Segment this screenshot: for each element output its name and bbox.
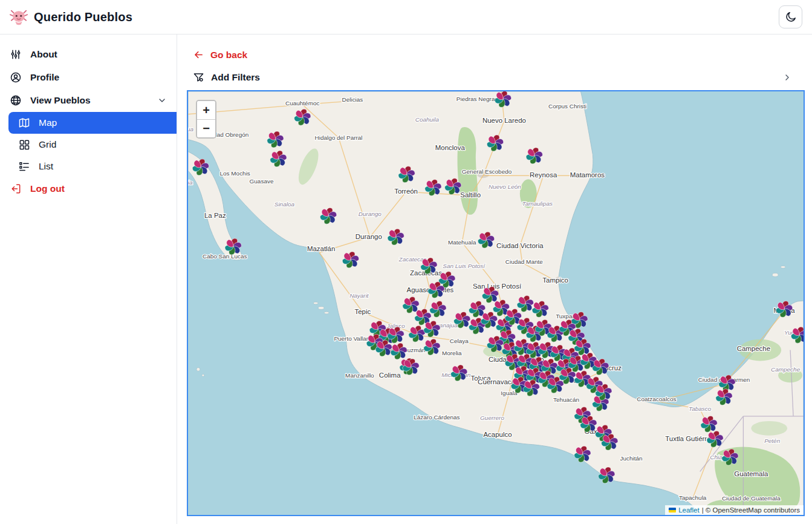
map-place-label: Campeche (737, 345, 770, 352)
map-place-label: Nayarit (349, 292, 369, 299)
map-place-label: Campeche (771, 366, 801, 373)
chevron-right-icon (782, 73, 792, 82)
sidebar-item-label: Grid (39, 139, 56, 150)
map-place-label: Coahuila (415, 116, 440, 123)
map-place-label: Tehuacán (553, 396, 579, 403)
map-place-label: General Escobedo (462, 168, 512, 175)
map-place-label: Durango (359, 211, 382, 217)
leaflet-map[interactable]: CuauhtémocDeliciasPiedras NegrasCorpus C… (187, 90, 805, 516)
map-place-label: Coatzacoalcos (637, 396, 676, 402)
map-place-label: Matehuala (448, 239, 476, 246)
arrow-left-icon (193, 49, 204, 61)
map-place-label: Lázaro Cárdenas (414, 414, 460, 421)
map-place-label: Matamoros (570, 171, 605, 178)
map-place-label: Tamaulipas (522, 200, 553, 207)
map-place-label: San Luis Potosí (473, 283, 522, 290)
ukraine-flag-icon (669, 508, 676, 513)
sidebar-item-label: List (39, 161, 53, 172)
sidebar-item-map[interactable]: Map (8, 112, 177, 134)
map-place-label: Nuevo Laredo (482, 117, 526, 124)
list-icon (18, 160, 30, 172)
map-place-label: Manzanillo (345, 372, 374, 379)
map-place-label: Puerto Vallarta (334, 335, 374, 342)
map-place-label: Cuernavaca (478, 378, 515, 385)
go-back-label: Go back (210, 50, 247, 61)
sidebar-item-profile[interactable]: Profile (0, 66, 177, 89)
map-place-label: Hidalgo del Parral (314, 134, 362, 141)
map-icon (18, 117, 30, 129)
sliders-icon (10, 48, 22, 61)
map-place-label: Acapulco (483, 431, 512, 438)
filter-icon (193, 71, 204, 83)
map-place-label: Celaya (450, 338, 469, 344)
sidebar-item-about[interactable]: About (0, 43, 177, 66)
sidebar-item-label: About (30, 49, 57, 60)
person-circle-icon (10, 71, 22, 84)
grid-icon (18, 139, 30, 151)
map-place-label: Monclova (435, 144, 466, 151)
go-back-button[interactable]: Go back (187, 44, 253, 65)
map-place-label: San Luis Potosí (443, 263, 486, 269)
map-place-label: Tapachula (679, 494, 707, 501)
sidebar-item-label: View Pueblos (30, 95, 91, 106)
map-place-label: Nuevo León (489, 183, 521, 190)
map-place-label: Ciudad Mante (505, 258, 543, 265)
map-place-label: La Paz (204, 212, 226, 219)
sidebar-item-list[interactable]: List (0, 156, 177, 177)
map-place-label: Tepic (355, 308, 371, 315)
sidebar-item-grid[interactable]: Grid (0, 134, 177, 156)
sidebar-item-view-pueblos[interactable]: View Pueblos (0, 89, 177, 112)
map-place-label: Tuxpan (556, 313, 576, 319)
map-place-label: Saltillo (460, 191, 481, 198)
chevron-down-icon (157, 96, 167, 105)
map-place-label: Tabasco (689, 405, 712, 412)
app-logo (10, 8, 28, 26)
map-place-label: Reynosa (530, 171, 557, 178)
moon-icon (785, 11, 797, 23)
map-place-label: Juchitán (620, 455, 643, 462)
map-place-label: Colima (379, 372, 401, 379)
map-place-label: Ciudad de Guatemala (722, 495, 781, 502)
map-place-label: Corpus Christi (548, 103, 586, 110)
logout-icon (10, 183, 22, 195)
map-place-label: Cuauhtémoc (285, 100, 319, 106)
globe-icon (10, 94, 22, 106)
app-header: Querido Pueblos (0, 0, 812, 34)
map-attribution: Leaflet | © OpenStreetMap contributors (665, 505, 804, 515)
sidebar-item-label: Log out (30, 183, 65, 194)
map-place-label: Cabo San Lucas (203, 253, 247, 260)
map-canvas[interactable]: CuauhtémocDeliciasPiedras NegrasCorpus C… (188, 91, 804, 515)
map-place-label: Piedras Negras (456, 96, 498, 102)
app-title: Querido Pueblos (34, 10, 132, 24)
zoom-out-button[interactable]: − (197, 119, 215, 137)
map-place-label: Sinaloa (274, 201, 295, 208)
map-place-label: Mazatlán (307, 245, 335, 252)
map-place-label: Tampico (542, 277, 568, 284)
dark-mode-toggle-button[interactable] (779, 5, 802, 28)
map-place-label: Los Mochis (220, 170, 250, 177)
add-filters-label: Add Filters (211, 72, 260, 83)
map-place-label: Durango (356, 233, 382, 240)
map-place-label: Petén (764, 437, 780, 444)
map-place-label: Ciudad Victoria (496, 242, 544, 249)
add-filters-toggle[interactable]: Add Filters (187, 65, 805, 90)
leaflet-link[interactable]: Leaflet (678, 506, 700, 514)
map-place-label: Morelia (442, 350, 462, 356)
map-place-label: Chihuahua (188, 126, 194, 133)
map-place-label: Guasave (250, 178, 274, 185)
zoom-in-button[interactable]: + (197, 101, 215, 119)
map-place-label: Torreón (394, 188, 418, 195)
map-place-label: Guerrero (480, 414, 504, 421)
zoom-control: + − (196, 100, 216, 139)
sidebar-item-label: Map (39, 117, 57, 128)
sidebar: About Profile View Pueblos (0, 34, 177, 524)
map-place-label: Baja California (188, 179, 193, 186)
content-area: Go back Add Filters (177, 34, 812, 524)
main-layout: About Profile View Pueblos (0, 34, 812, 524)
sidebar-item-label: Profile (30, 72, 59, 83)
osm-attribution-text: | © OpenStreetMap contributors (702, 506, 800, 514)
map-place-label: Guatemala (734, 470, 768, 477)
map-place-label: Delicias (342, 96, 363, 103)
sidebar-item-logout[interactable]: Log out (0, 177, 177, 200)
